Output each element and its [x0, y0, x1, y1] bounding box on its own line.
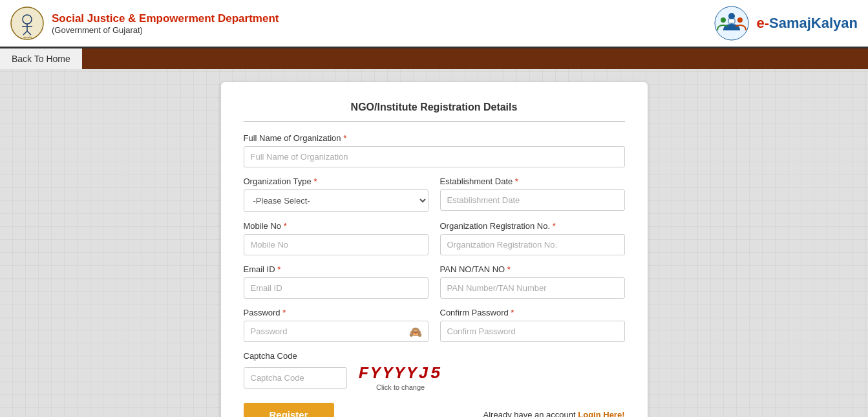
org-type-est-row: Organization Type * -Please Select- Esta…: [244, 176, 625, 212]
captcha-change-link[interactable]: Click to change: [376, 383, 425, 391]
password-wrap: 🙈: [244, 321, 429, 342]
already-account-text: Already have an account: [483, 410, 578, 417]
captcha-display: FYYYYJ5 Click to change: [359, 364, 443, 391]
org-reg-col: Organization Registration No. *: [440, 221, 625, 255]
confirm-password-input[interactable]: [440, 321, 625, 342]
form-title: NGO/Institute Registration Details: [244, 102, 625, 122]
eye-toggle-icon[interactable]: 🙈: [409, 325, 422, 337]
esamajkalyan-icon: [714, 6, 750, 41]
email-label: Email ID *: [244, 264, 429, 274]
full-name-label: Full Name of Organization *: [244, 133, 625, 143]
back-to-home-button[interactable]: Back To Home: [0, 48, 82, 69]
est-date-label: Establishment Date *: [440, 176, 625, 186]
org-reg-label: Organization Registration No. *: [440, 221, 625, 231]
password-col: Password * 🙈: [244, 308, 429, 342]
svg-text:सत्यमेव: सत्यमेव: [23, 36, 32, 39]
org-reg-input[interactable]: [440, 234, 625, 255]
header-org-info: Social Justice & Empowerment Department …: [52, 12, 279, 35]
confirm-password-col: Confirm Password *: [440, 308, 625, 342]
login-text-area: Already have an account Login Here!: [483, 410, 625, 417]
main-content: NGO/Institute Registration Details Full …: [0, 69, 868, 417]
captcha-label: Captcha Code: [244, 351, 625, 361]
svg-point-0: [11, 7, 43, 39]
emblem-icon: सत्यमेव: [10, 6, 44, 40]
brand-suffix: SamajKalyan: [769, 15, 858, 31]
org-type-select[interactable]: -Please Select-: [244, 189, 429, 212]
org-subtitle: (Government of Gujarat): [52, 25, 279, 35]
header-left: सत्यमेव Social Justice & Empowerment Dep…: [10, 6, 279, 40]
login-here-link[interactable]: Login Here!: [578, 410, 624, 417]
brand-e: e-: [756, 15, 769, 31]
form-footer: Register Already have an account Login H…: [244, 403, 625, 417]
svg-point-9: [721, 17, 726, 23]
captcha-input-wrap: [244, 367, 347, 389]
est-date-col: Establishment Date *: [440, 176, 625, 212]
full-name-input[interactable]: [244, 146, 625, 167]
mobile-label: Mobile No *: [244, 221, 429, 231]
svg-point-10: [737, 17, 743, 23]
registration-card: NGO/Institute Registration Details Full …: [221, 82, 648, 417]
header-right: e-SamajKalyan: [714, 6, 858, 41]
svg-rect-11: [728, 19, 735, 23]
password-label: Password *: [244, 308, 429, 317]
register-button[interactable]: Register: [244, 403, 334, 417]
pan-label: PAN NO/TAN NO *: [440, 264, 625, 274]
mobile-col: Mobile No *: [244, 221, 429, 255]
captcha-code: FYYYYJ5: [359, 364, 443, 383]
captcha-group: Captcha Code FYYYYJ5 Click to change: [244, 351, 625, 391]
email-col: Email ID *: [244, 264, 429, 299]
mobile-input[interactable]: [244, 234, 429, 255]
email-pan-row: Email ID * PAN NO/TAN NO *: [244, 264, 625, 299]
est-date-input[interactable]: [440, 189, 625, 211]
org-name: Social Justice & Empowerment Department: [52, 12, 279, 25]
captcha-row: FYYYYJ5 Click to change: [244, 364, 625, 391]
password-row: Password * 🙈 Confirm Password *: [244, 308, 625, 342]
brand-label: e-SamajKalyan: [756, 15, 858, 32]
org-type-col: Organization Type * -Please Select-: [244, 176, 429, 212]
pan-col: PAN NO/TAN NO *: [440, 264, 625, 299]
confirm-password-label: Confirm Password *: [440, 308, 625, 317]
navbar: Back To Home: [0, 48, 868, 69]
org-type-label: Organization Type *: [244, 176, 429, 186]
page-header: सत्यमेव Social Justice & Empowerment Dep…: [0, 0, 868, 48]
email-input[interactable]: [244, 277, 429, 299]
pan-input[interactable]: [440, 277, 625, 299]
full-name-group: Full Name of Organization *: [244, 133, 625, 167]
password-input[interactable]: [244, 321, 429, 342]
captcha-input[interactable]: [244, 367, 347, 389]
mobile-orgreg-row: Mobile No * Organization Registration No…: [244, 221, 625, 255]
